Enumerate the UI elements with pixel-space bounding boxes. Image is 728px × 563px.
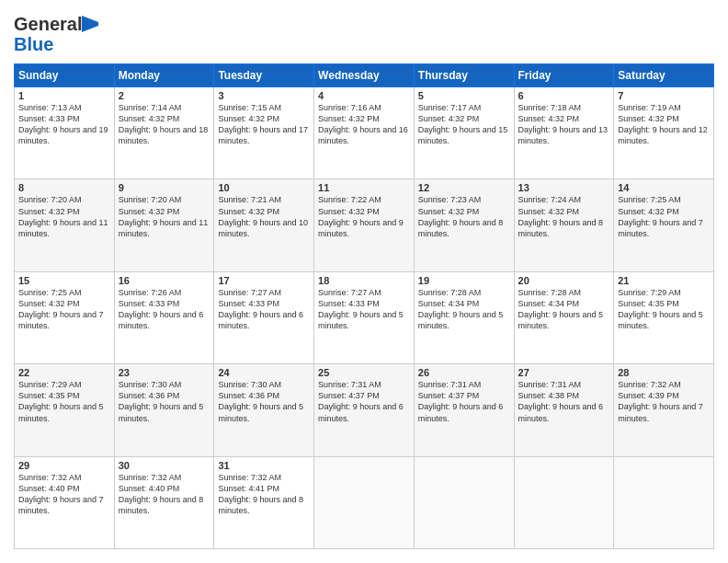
sunrise-label: Sunrise: 7:31 AM: [418, 380, 482, 389]
calendar-cell: 23 Sunrise: 7:30 AM Sunset: 4:36 PM Dayl…: [114, 364, 214, 456]
day-number: 2: [119, 90, 210, 101]
logo: General Blue: [14, 14, 98, 54]
daylight-label: Daylight: 9 hours and 7 minutes.: [618, 218, 703, 238]
sunset-label: Sunset: 4:34 PM: [518, 299, 580, 308]
day-info: Sunrise: 7:23 AM Sunset: 4:32 PM Dayligh…: [418, 194, 510, 239]
calendar-cell: 13 Sunrise: 7:24 AM Sunset: 4:32 PM Dayl…: [514, 179, 614, 271]
day-number: 4: [318, 90, 410, 101]
calendar-cell: 17 Sunrise: 7:27 AM Sunset: 4:33 PM Dayl…: [214, 271, 314, 363]
sunrise-label: Sunrise: 7:22 AM: [318, 195, 381, 204]
sunrise-label: Sunrise: 7:14 AM: [119, 103, 182, 112]
sunset-label: Sunset: 4:32 PM: [418, 114, 480, 123]
sunrise-label: Sunrise: 7:24 AM: [518, 195, 582, 204]
calendar-cell: 1 Sunrise: 7:13 AM Sunset: 4:33 PM Dayli…: [15, 87, 115, 179]
sunrise-label: Sunrise: 7:29 AM: [618, 288, 681, 297]
calendar-week-3: 15 Sunrise: 7:25 AM Sunset: 4:32 PM Dayl…: [15, 271, 714, 363]
day-info: Sunrise: 7:27 AM Sunset: 4:33 PM Dayligh…: [318, 287, 410, 332]
daylight-label: Daylight: 9 hours and 6 minutes.: [119, 310, 204, 330]
day-info: Sunrise: 7:31 AM Sunset: 4:37 PM Dayligh…: [318, 379, 410, 424]
day-info: Sunrise: 7:19 AM Sunset: 4:32 PM Dayligh…: [618, 102, 710, 147]
sunrise-label: Sunrise: 7:28 AM: [418, 288, 482, 297]
day-number: 29: [18, 460, 110, 471]
sunrise-label: Sunrise: 7:19 AM: [618, 103, 681, 112]
calendar-week-4: 22 Sunrise: 7:29 AM Sunset: 4:35 PM Dayl…: [15, 364, 714, 456]
logo-blue: Blue: [14, 34, 53, 54]
sunrise-label: Sunrise: 7:21 AM: [218, 195, 281, 204]
sunset-label: Sunset: 4:32 PM: [618, 114, 679, 123]
day-number: 13: [518, 182, 610, 193]
sunrise-label: Sunrise: 7:15 AM: [218, 103, 281, 112]
calendar-cell: 24 Sunrise: 7:30 AM Sunset: 4:36 PM Dayl…: [214, 364, 314, 456]
day-number: 12: [418, 182, 510, 193]
calendar-cell: 27 Sunrise: 7:31 AM Sunset: 4:38 PM Dayl…: [514, 364, 614, 456]
calendar-cell: 3 Sunrise: 7:15 AM Sunset: 4:32 PM Dayli…: [214, 87, 314, 179]
day-number: 25: [318, 367, 410, 378]
calendar-cell: 22 Sunrise: 7:29 AM Sunset: 4:35 PM Dayl…: [15, 364, 115, 456]
daylight-label: Daylight: 9 hours and 6 minutes.: [518, 402, 604, 422]
calendar-week-2: 8 Sunrise: 7:20 AM Sunset: 4:32 PM Dayli…: [15, 179, 714, 271]
day-info: Sunrise: 7:32 AM Sunset: 4:41 PM Dayligh…: [218, 472, 310, 517]
sunrise-label: Sunrise: 7:31 AM: [518, 380, 582, 389]
daylight-label: Daylight: 9 hours and 18 minutes.: [119, 125, 209, 145]
daylight-label: Daylight: 9 hours and 6 minutes.: [218, 310, 303, 330]
calendar-cell: 11 Sunrise: 7:22 AM Sunset: 4:32 PM Dayl…: [314, 179, 415, 271]
sunset-label: Sunset: 4:32 PM: [218, 207, 279, 216]
daylight-label: Daylight: 9 hours and 7 minutes.: [18, 495, 104, 515]
sunrise-label: Sunrise: 7:29 AM: [18, 380, 82, 389]
daylight-label: Daylight: 9 hours and 5 minutes.: [119, 402, 204, 422]
sunset-label: Sunset: 4:41 PM: [218, 484, 279, 493]
calendar-header-monday: Monday: [114, 64, 214, 87]
daylight-label: Daylight: 9 hours and 8 minutes.: [518, 218, 604, 238]
daylight-label: Daylight: 9 hours and 5 minutes.: [618, 310, 703, 330]
day-number: 9: [119, 182, 210, 193]
calendar-header-row: SundayMondayTuesdayWednesdayThursdayFrid…: [15, 64, 714, 87]
day-number: 10: [218, 182, 310, 193]
day-number: 3: [218, 90, 310, 101]
day-info: Sunrise: 7:13 AM Sunset: 4:33 PM Dayligh…: [18, 102, 110, 147]
calendar-cell: 18 Sunrise: 7:27 AM Sunset: 4:33 PM Dayl…: [314, 271, 415, 363]
daylight-label: Daylight: 9 hours and 15 minutes.: [418, 125, 508, 145]
calendar-body: 1 Sunrise: 7:13 AM Sunset: 4:33 PM Dayli…: [15, 87, 714, 549]
calendar-cell: 30 Sunrise: 7:32 AM Sunset: 4:40 PM Dayl…: [114, 456, 214, 548]
day-number: 24: [218, 367, 310, 378]
day-number: 14: [618, 182, 710, 193]
day-number: 22: [18, 367, 110, 378]
calendar-cell: 25 Sunrise: 7:31 AM Sunset: 4:37 PM Dayl…: [314, 364, 415, 456]
calendar-cell: [614, 456, 714, 548]
day-info: Sunrise: 7:32 AM Sunset: 4:40 PM Dayligh…: [119, 472, 210, 517]
daylight-label: Daylight: 9 hours and 5 minutes.: [318, 310, 404, 330]
calendar-cell: 21 Sunrise: 7:29 AM Sunset: 4:35 PM Dayl…: [614, 271, 714, 363]
calendar-cell: 2 Sunrise: 7:14 AM Sunset: 4:32 PM Dayli…: [114, 87, 214, 179]
sunrise-label: Sunrise: 7:17 AM: [418, 103, 482, 112]
svg-marker-0: [82, 16, 98, 32]
calendar-cell: 19 Sunrise: 7:28 AM Sunset: 4:34 PM Dayl…: [414, 271, 514, 363]
sunset-label: Sunset: 4:32 PM: [218, 114, 279, 123]
header: General Blue: [14, 14, 714, 54]
daylight-label: Daylight: 9 hours and 11 minutes.: [119, 218, 209, 238]
sunrise-label: Sunrise: 7:27 AM: [318, 288, 381, 297]
daylight-label: Daylight: 9 hours and 6 minutes.: [318, 402, 404, 422]
day-info: Sunrise: 7:17 AM Sunset: 4:32 PM Dayligh…: [418, 102, 510, 147]
sunset-label: Sunset: 4:32 PM: [318, 207, 380, 216]
sunrise-label: Sunrise: 7:32 AM: [218, 473, 281, 482]
day-info: Sunrise: 7:15 AM Sunset: 4:32 PM Dayligh…: [218, 102, 310, 147]
sunset-label: Sunset: 4:32 PM: [18, 207, 80, 216]
sunrise-label: Sunrise: 7:25 AM: [618, 195, 681, 204]
sunset-label: Sunset: 4:36 PM: [119, 391, 180, 400]
daylight-label: Daylight: 9 hours and 5 minutes.: [18, 402, 104, 422]
daylight-label: Daylight: 9 hours and 13 minutes.: [518, 125, 609, 145]
sunset-label: Sunset: 4:33 PM: [119, 299, 180, 308]
daylight-label: Daylight: 9 hours and 8 minutes.: [119, 495, 204, 515]
day-info: Sunrise: 7:31 AM Sunset: 4:37 PM Dayligh…: [418, 379, 510, 424]
day-info: Sunrise: 7:30 AM Sunset: 4:36 PM Dayligh…: [119, 379, 210, 424]
sunset-label: Sunset: 4:35 PM: [618, 299, 679, 308]
calendar-cell: 9 Sunrise: 7:20 AM Sunset: 4:32 PM Dayli…: [114, 179, 214, 271]
sunset-label: Sunset: 4:32 PM: [418, 207, 480, 216]
sunset-label: Sunset: 4:33 PM: [318, 299, 380, 308]
calendar-cell: [414, 456, 514, 548]
daylight-label: Daylight: 9 hours and 17 minutes.: [218, 125, 308, 145]
daylight-label: Daylight: 9 hours and 19 minutes.: [18, 125, 108, 145]
day-info: Sunrise: 7:24 AM Sunset: 4:32 PM Dayligh…: [518, 194, 610, 239]
day-info: Sunrise: 7:25 AM Sunset: 4:32 PM Dayligh…: [618, 194, 710, 239]
sunset-label: Sunset: 4:32 PM: [318, 114, 380, 123]
